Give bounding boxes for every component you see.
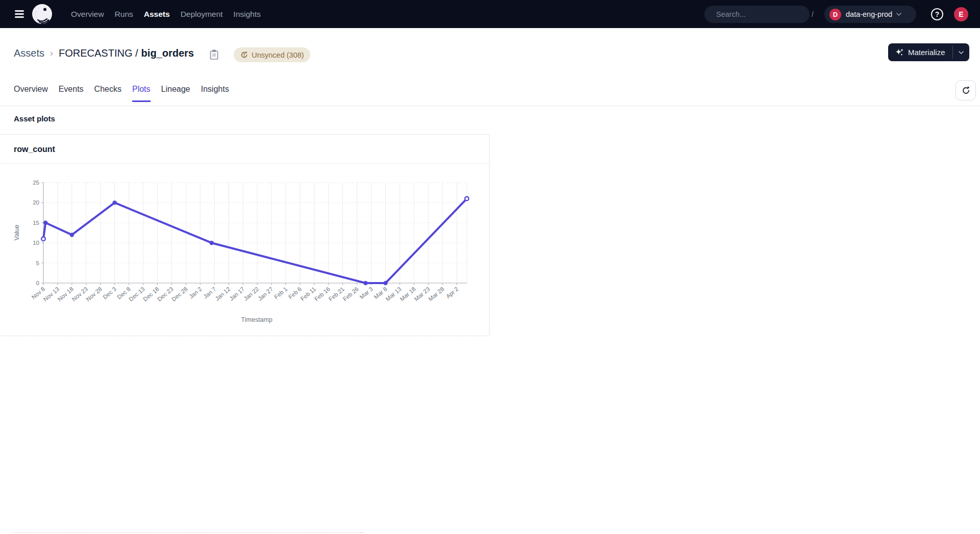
svg-text:Mar 18: Mar 18: [399, 286, 416, 302]
nav-link-overview[interactable]: Overview: [71, 10, 104, 19]
svg-text:Jan 22: Jan 22: [242, 286, 260, 301]
asset-tabs: OverviewEventsChecksPlotsLineageInsights: [14, 85, 229, 102]
breadcrumb-group: FORECASTING /: [59, 47, 138, 59]
status-badge-label: Unsynced (308): [252, 51, 304, 59]
app: OverviewRunsAssetsDeploymentInsights / D…: [0, 0, 980, 534]
svg-text:20: 20: [33, 199, 39, 206]
svg-text:Value: Value: [13, 224, 20, 240]
svg-text:Feb 21: Feb 21: [328, 286, 346, 302]
tabs-divider: [0, 106, 980, 106]
svg-text:25: 25: [33, 180, 39, 186]
top-nav: OverviewRunsAssetsDeploymentInsights / D…: [0, 0, 980, 28]
nav-link-assets[interactable]: Assets: [144, 10, 170, 19]
nav-links: OverviewRunsAssetsDeploymentInsights: [71, 0, 261, 28]
svg-text:Jan 27: Jan 27: [257, 286, 274, 301]
breadcrumb: Assets › FORECASTING / big_orders: [14, 47, 194, 59]
sync-alert-icon: [240, 51, 248, 59]
row-count-line-chart[interactable]: 0510152025Nov 8Nov 13Nov 18Nov 23Nov 28D…: [0, 164, 489, 336]
materialize-dropdown-button[interactable]: [953, 43, 969, 61]
chevron-down-icon: [959, 51, 964, 54]
svg-text:5: 5: [36, 260, 39, 266]
sparkles-icon: [895, 48, 904, 57]
plot-card-row-count: row_count 0510152025Nov 8Nov 13Nov 18Nov…: [0, 134, 489, 336]
status-badge[interactable]: Unsynced (308): [234, 47, 310, 62]
svg-text:Feb 16: Feb 16: [313, 286, 331, 302]
nav-link-insights[interactable]: Insights: [233, 10, 260, 19]
svg-text:Timestamp: Timestamp: [241, 316, 272, 323]
tab-lineage[interactable]: Lineage: [161, 85, 190, 102]
nav-link-deployment[interactable]: Deployment: [181, 10, 223, 19]
refresh-icon: [961, 86, 971, 95]
svg-text:Feb 1: Feb 1: [273, 286, 288, 300]
materialize-split-button: Materialize: [888, 43, 969, 61]
bottom-divider: [13, 532, 364, 533]
deployment-badge: D: [829, 9, 841, 20]
svg-text:0: 0: [36, 280, 39, 286]
breadcrumb-separator: ›: [50, 48, 53, 59]
svg-text:Mar 28: Mar 28: [427, 286, 445, 302]
dagster-logo[interactable]: [31, 3, 54, 26]
svg-text:Nov 28: Nov 28: [85, 286, 103, 302]
deployment-switcher[interactable]: D data-eng-prod: [824, 6, 916, 23]
search-input[interactable]: [716, 10, 812, 18]
svg-text:Jan 17: Jan 17: [228, 286, 246, 301]
tab-events[interactable]: Events: [59, 85, 84, 102]
svg-text:10: 10: [33, 240, 39, 246]
page-title: big_orders: [141, 47, 194, 59]
breadcrumb-assets-link[interactable]: Assets: [14, 47, 44, 59]
svg-text:Jan 12: Jan 12: [214, 286, 231, 301]
deployment-name: data-eng-prod: [846, 10, 892, 18]
nav-link-runs[interactable]: Runs: [115, 10, 133, 19]
materialize-label: Materialize: [908, 48, 945, 57]
avatar[interactable]: E: [954, 7, 968, 21]
svg-text:15: 15: [33, 220, 39, 226]
search-box[interactable]: /: [704, 6, 810, 23]
tab-insights[interactable]: Insights: [201, 85, 229, 102]
tab-plots[interactable]: Plots: [132, 85, 151, 102]
svg-text:Dec 28: Dec 28: [170, 286, 189, 302]
svg-text:Jan 2: Jan 2: [188, 286, 203, 299]
menu-icon[interactable]: [15, 10, 24, 18]
tab-overview[interactable]: Overview: [14, 85, 48, 102]
materialize-button[interactable]: Materialize: [888, 43, 952, 61]
svg-text:Apr 2: Apr 2: [445, 286, 459, 299]
svg-text:Mar 3: Mar 3: [358, 286, 374, 300]
chevron-down-icon: [896, 13, 901, 16]
svg-text:Feb 26: Feb 26: [342, 286, 360, 302]
search-shortcut-hint: /: [812, 10, 814, 18]
help-button[interactable]: ?: [931, 8, 943, 20]
plot-card-title: row_count: [0, 135, 489, 164]
svg-text:Mar 23: Mar 23: [413, 286, 431, 302]
tab-checks[interactable]: Checks: [94, 85, 121, 102]
svg-text:Mar 13: Mar 13: [384, 286, 402, 302]
section-title: Asset plots: [14, 114, 55, 123]
copy-asset-name-icon[interactable]: [209, 49, 219, 60]
svg-text:Dec 3: Dec 3: [102, 286, 117, 300]
refresh-button[interactable]: [955, 80, 976, 100]
